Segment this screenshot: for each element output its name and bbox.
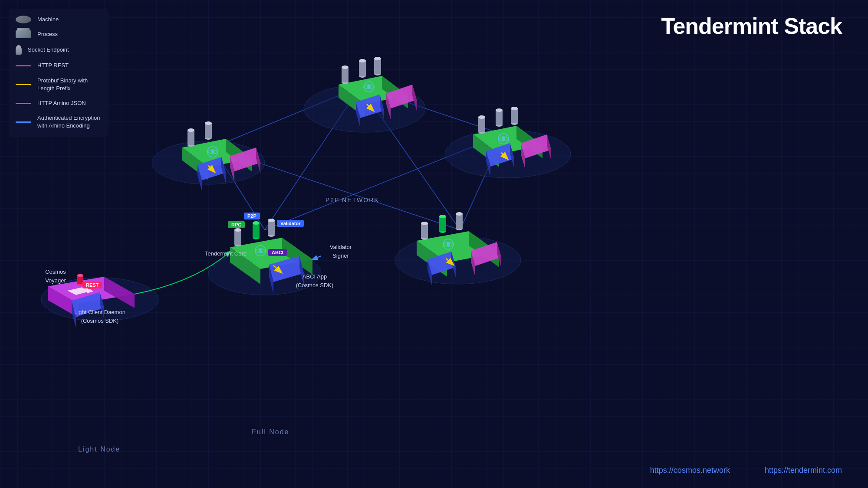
svg-point-28 — [359, 59, 366, 62]
full-node-label: Full Node — [252, 428, 289, 436]
svg-point-31 — [374, 57, 381, 60]
legend-machine-label: Machine — [37, 16, 59, 23]
legend-protobuf: Protobuf Binary with Length Prefix — [16, 77, 102, 92]
legend-socket: Socket Endpoint — [16, 45, 102, 55]
http-amino-icon — [16, 103, 31, 104]
badge-p2p-container: P2P — [244, 212, 260, 219]
svg-point-85 — [253, 221, 260, 225]
svg-rect-66 — [496, 110, 503, 125]
validator-signer-label: ValidatorSigner — [317, 243, 365, 260]
badge-p2p: P2P — [244, 213, 260, 219]
svg-point-25 — [342, 66, 349, 69]
svg-point-46 — [187, 128, 194, 132]
svg-rect-109 — [456, 214, 463, 229]
protobuf-icon — [16, 84, 31, 85]
legend-socket-label: Socket Endpoint — [28, 46, 69, 54]
process-icon — [16, 30, 31, 38]
legend-http-rest-label: HTTP REST — [37, 62, 69, 69]
svg-rect-69 — [511, 108, 518, 123]
legend-protobuf-label: Protobuf Binary with Length Prefix — [37, 77, 102, 92]
abci-app-label: ABCI App(Cosmos SDK) — [289, 272, 341, 289]
legend-auth-enc-label: Authenticated Encryption with Amino Enco… — [37, 114, 102, 130]
machine-icon — [16, 16, 31, 23]
svg-point-104 — [421, 222, 428, 225]
badge-abci-container: ABCI — [268, 248, 287, 256]
svg-point-82 — [234, 228, 241, 232]
svg-point-90 — [259, 249, 262, 252]
legend-machine: Machine — [16, 16, 102, 23]
badge-validator: Validator — [277, 220, 304, 227]
light-node-label: Light Node — [78, 445, 120, 453]
svg-rect-30 — [374, 59, 381, 74]
legend-panel: Machine Process Socket Endpoint HTTP RES… — [9, 9, 108, 137]
badge-rest-container: REST — [82, 281, 102, 288]
svg-point-121 — [77, 274, 83, 277]
main-diagram: P2P NETWORK P2P RPC ABCI Validator REST … — [0, 0, 868, 488]
svg-rect-48 — [205, 123, 212, 138]
legend-http-amino-label: HTTP Amino JSON — [37, 99, 86, 107]
svg-rect-106 — [439, 216, 446, 231]
badge-rest: REST — [82, 282, 102, 288]
svg-rect-27 — [359, 61, 366, 76]
svg-point-49 — [205, 121, 212, 125]
svg-point-112 — [447, 242, 450, 246]
badge-rpc-container: RPC — [228, 220, 245, 228]
svg-point-70 — [511, 107, 518, 110]
legend-process-label: Process — [37, 30, 58, 38]
svg-rect-81 — [234, 230, 241, 245]
tendermint-link[interactable]: https://tendermint.com — [765, 466, 842, 475]
auth-enc-icon — [16, 121, 31, 123]
legend-process: Process — [16, 30, 102, 38]
svg-point-64 — [478, 115, 485, 119]
svg-point-88 — [268, 219, 275, 222]
badge-abci: ABCI — [268, 249, 287, 256]
svg-point-110 — [456, 212, 463, 216]
diagram-svg — [0, 0, 868, 488]
socket-icon — [16, 45, 22, 55]
legend-http-rest: HTTP REST — [16, 62, 102, 69]
tendermint-core-label: Tendermint Core — [200, 249, 252, 258]
footer-links: https://cosmos.network https://tendermin… — [650, 466, 842, 475]
cosmos-voyager-label: CosmosVoyager — [34, 268, 77, 285]
svg-rect-24 — [342, 67, 349, 82]
page-title: Tendermint Stack — [661, 13, 842, 39]
svg-rect-63 — [478, 117, 485, 132]
badge-validator-container: Validator — [277, 219, 304, 227]
svg-point-51 — [211, 150, 214, 154]
legend-http-amino: HTTP Amino JSON — [16, 99, 102, 107]
light-client-label: Light Client Daemon(Cosmos SDK) — [67, 308, 132, 325]
svg-rect-84 — [253, 223, 260, 238]
svg-point-67 — [496, 108, 503, 112]
svg-rect-103 — [421, 223, 428, 238]
cosmos-link[interactable]: https://cosmos.network — [650, 466, 730, 475]
legend-auth-enc: Authenticated Encryption with Amino Enco… — [16, 114, 102, 130]
svg-point-33 — [367, 85, 371, 88]
http-rest-icon — [16, 65, 31, 66]
badge-rpc: RPC — [228, 221, 245, 228]
svg-point-72 — [502, 137, 505, 141]
p2p-network-label: P2P NETWORK — [326, 197, 379, 203]
svg-rect-87 — [268, 220, 275, 235]
svg-point-107 — [439, 215, 446, 218]
svg-rect-45 — [187, 130, 194, 145]
